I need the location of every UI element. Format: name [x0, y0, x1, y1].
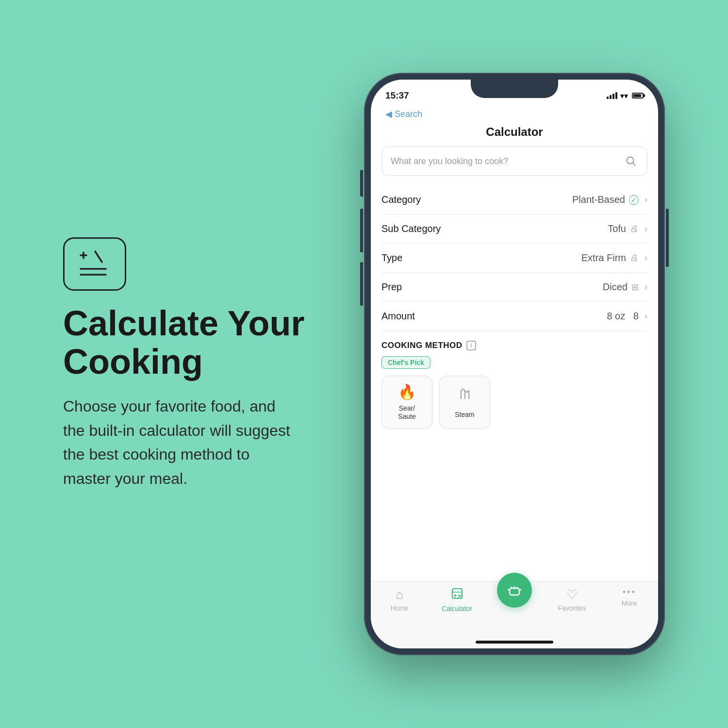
home-icon: ⌂ [396, 587, 403, 602]
content-rows: Category Plant-Based ✓ › Sub Category To… [371, 185, 658, 333]
type-icon: 🖨 [630, 253, 639, 263]
calc-plus-equals-icon [78, 249, 112, 279]
battery-icon [632, 93, 644, 99]
prep-row[interactable]: Prep Diced ⊞ › [381, 273, 647, 302]
steam-icon [456, 386, 474, 407]
volume-down-button [360, 262, 363, 306]
svg-rect-16 [510, 588, 519, 595]
subcategory-icon: 🖨 [630, 224, 639, 234]
status-time: 15:37 [385, 90, 409, 101]
search-bar[interactable]: What are you looking to cook? [381, 147, 647, 176]
amount-row[interactable]: Amount 8 oz 8 › [381, 302, 647, 331]
cooking-methods-row: 🔥 Sear/Saute [381, 376, 647, 429]
signal-icon [607, 92, 617, 99]
volume-up-button [360, 209, 363, 252]
fab-button[interactable] [497, 573, 532, 608]
cooking-method-title: COOKING METHOD [381, 341, 463, 350]
tab-more[interactable]: ••• More [605, 587, 654, 607]
svg-line-6 [633, 163, 635, 165]
tab-favorites[interactable]: ♡ Favorites [547, 587, 596, 612]
heart-icon: ♡ [566, 587, 578, 602]
chevron-right-icon: › [645, 282, 647, 292]
chefs-pick-badge: Chef's Pick [381, 356, 430, 369]
tab-bar: ⌂ Home [371, 581, 658, 637]
home-indicator [476, 641, 553, 644]
calculator-tab-icon [451, 587, 463, 603]
status-icons: ▾▾ [607, 91, 644, 100]
tab-calculator[interactable]: Calculator [433, 587, 481, 612]
tab-home-label: Home [391, 604, 409, 612]
type-row[interactable]: Type Extra Firm 🖨 › [381, 244, 647, 273]
search-placeholder: What are you looking to cook? [391, 156, 508, 166]
chevron-right-icon: › [645, 224, 647, 234]
more-dots-icon: ••• [623, 587, 636, 597]
left-panel: Calculate Your Cooking Choose your favor… [63, 237, 315, 491]
calculator-icon-box [63, 237, 126, 291]
flame-icon: 🔥 [398, 383, 416, 400]
tab-calculator-label: Calculator [442, 605, 472, 612]
method-steam[interactable]: Steam [439, 376, 490, 429]
main-heading: Calculate Your Cooking [63, 304, 315, 381]
back-nav[interactable]: ◀ Search [371, 108, 658, 123]
category-checkmark-icon: ✓ [629, 195, 639, 205]
subcategory-row[interactable]: Sub Category Tofu 🖨 › [381, 215, 647, 244]
category-row[interactable]: Category Plant-Based ✓ › [381, 185, 647, 215]
tab-home[interactable]: ⌂ Home [375, 587, 424, 612]
pot-icon [507, 582, 522, 598]
phone-mockup: 15:37 ▾▾ [364, 73, 665, 655]
prep-icon: ⊞ [631, 282, 639, 293]
screen-title: Calculator [371, 123, 658, 147]
phone-notch [471, 80, 558, 98]
tab-more-label: More [622, 599, 637, 607]
cooking-method-section: COOKING METHOD i Chef's Pick 🔥 Sear/Saut… [371, 333, 658, 434]
tab-favorites-label: Favorites [558, 604, 586, 612]
wifi-icon: ▾▾ [620, 91, 628, 100]
svg-line-2 [95, 251, 102, 262]
description-text: Choose your favorite food, and the built… [63, 395, 296, 491]
method-sear-saute[interactable]: 🔥 Sear/Saute [381, 376, 432, 429]
chevron-right-icon: › [645, 253, 647, 263]
mute-button [360, 170, 363, 197]
info-icon[interactable]: i [466, 341, 476, 350]
chevron-right-icon: › [645, 195, 647, 205]
search-icon[interactable] [624, 154, 638, 168]
power-button [666, 209, 669, 267]
chevron-right-icon: › [645, 311, 647, 321]
